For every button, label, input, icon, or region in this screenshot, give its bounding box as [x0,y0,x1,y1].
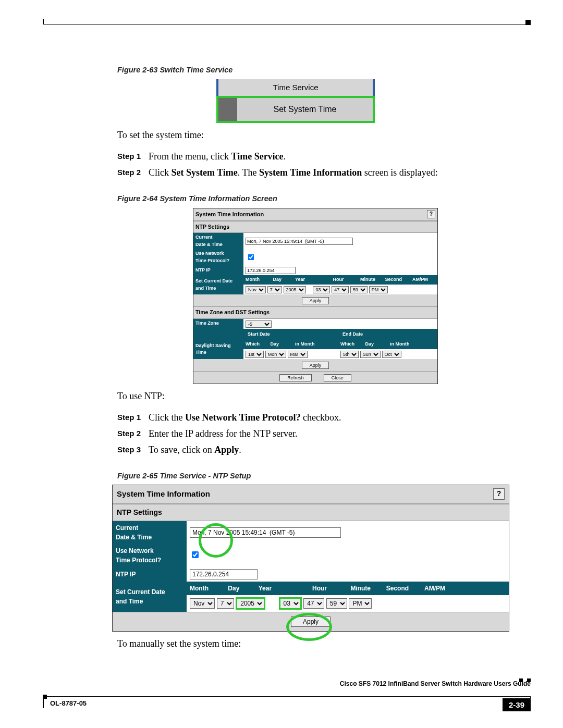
current-datetime-field[interactable] [190,527,341,538]
step-a2: Step 2 Click Set System Time. The System… [117,166,527,180]
current-datetime-field[interactable] [246,238,353,245]
figure-64-panel: System Time Information ? NTP Settings C… [193,208,438,384]
t: To save, click on [149,445,214,455]
t: Click [149,167,172,178]
year-select[interactable]: 2005 [284,286,306,293]
footer-guide-title: Cisco SFS 7012 InfiniBand Server Switch … [340,680,531,687]
help-icon[interactable]: ? [427,210,435,218]
apply-row-2: Apply [193,359,437,371]
label-dst: Daylight Saving Time [193,340,243,359]
intro-set-time: To set the system time: [117,128,527,142]
timezone-select[interactable]: -5 [246,320,272,328]
apply-button[interactable]: Apply [291,616,331,627]
ntp-table-65: Current Date & Time Use Network Time Pro… [113,521,509,612]
apply-row-1: Apply [193,294,437,306]
crop-square [525,20,531,25]
label-use-ntp: Use Network Time Protocol? [193,249,243,265]
crop-tick [43,19,44,24]
h: Minute [350,584,384,593]
section-ntp-settings: NTP Settings [193,221,437,233]
t: System Time Information [259,167,362,178]
day-select[interactable]: 7 [217,598,234,609]
day-select[interactable]: 7 [267,286,282,293]
figure-65-panel: System Time Information ? NTP Settings C… [112,485,509,632]
second-select[interactable]: 59 [326,598,347,609]
ntp-ip-field[interactable] [190,569,258,579]
h: Year [259,584,295,593]
step-text: Click the Use Network Time Protocol? che… [149,411,341,425]
tz-table: Time Zone -5 Start Date End Date Dayligh… [193,319,437,359]
apply-button-1[interactable]: Apply [302,297,329,304]
step-label: Step 1 [117,411,149,425]
panel-title: System Time Information [117,488,210,500]
date-header-row: Month Day Year Hour Minute Second AM/PM [187,582,509,595]
h: AM/PM [424,584,453,593]
t: . [284,151,286,162]
h: in Month [390,341,419,348]
h: Day [273,276,294,283]
menu-header[interactable]: Time Service [216,79,375,96]
step-b3: Step 3 To save, click on Apply. [117,443,527,457]
hour-select[interactable]: 03 [279,597,302,610]
dst-end-day[interactable]: Sun [360,351,381,358]
year-select[interactable]: 2005 [236,597,265,610]
t: screen is displayed: [362,167,437,178]
menu-item-set-system-time[interactable]: Set System Time [237,98,373,121]
dst-end-month[interactable]: Oct [382,351,401,358]
panel-titlebar: System Time Information ? [193,208,437,221]
step-b1: Step 1 Click the Use Network Time Protoc… [117,411,527,425]
figure-65-caption: Figure 2-65 Time Service - NTP Setup [117,471,527,482]
minute-select[interactable]: 47 [332,286,349,293]
t: Click the [149,412,185,423]
figure-63: Time Service Set System Time [216,79,527,124]
h: Year [295,276,321,283]
t: From the menu, click [149,151,231,162]
step-text: From the menu, click Time Service. [149,150,286,164]
dst-start-which[interactable]: 1st [246,351,264,358]
t: . The [238,167,259,178]
figure-63-caption: Figure 2-63 Switch Time Service [117,65,527,76]
ntp-ip-field[interactable] [246,267,296,274]
t: Time Service [231,151,283,162]
month-select[interactable]: Nov [246,286,266,293]
second-select[interactable]: 59 [350,286,368,293]
dst-start-month[interactable]: Mar [288,351,308,358]
ampm-select[interactable]: PM [369,286,388,293]
t: Use Network Time Protocol? [185,412,300,423]
label-set-current: Set Current Date and Time [193,275,243,294]
page: Figure 2-63 Switch Time Service Time Ser… [0,0,563,728]
menu-stub [218,98,237,121]
h: in Month [295,341,324,348]
close-button[interactable]: Close [324,374,351,381]
dst-start-day[interactable]: Mon [265,351,286,358]
bottom-button-row: Refresh Close [193,371,437,384]
date-value-row: Nov 7 2005 03 47 59 PM [243,285,437,294]
h: Day [365,341,389,348]
ampm-select[interactable]: PM [349,598,372,609]
step-label: Step 2 [117,166,149,180]
frame-top [43,24,531,24]
h: Which [340,341,364,348]
help-icon[interactable]: ? [493,488,505,500]
menu-wrap: Time Service Set System Time [216,79,373,124]
step-a1: Step 1 From the menu, click Time Service… [117,150,527,164]
label-current-datetime: Current Date & Time [113,521,187,544]
month-select[interactable]: Nov [190,598,215,609]
h: Second [385,276,411,283]
minute-select[interactable]: 47 [303,598,324,609]
step-label: Step 1 [117,150,149,164]
dst-headers: Which Day in Month Which Day in Month [243,340,437,349]
t: checkbox. [300,412,341,423]
h: Which [246,341,269,348]
refresh-button[interactable]: Refresh [279,374,312,381]
intro-use-ntp: To use NTP: [117,389,527,403]
step-text: To save, click on Apply. [149,443,241,457]
step-text: Enter the IP address for the NTP server. [149,427,298,441]
dst-end-which[interactable]: 5th [340,351,359,358]
use-ntp-checkbox[interactable] [248,254,254,260]
ntp-table: Current Date & Time Use Network Time Pro… [193,233,437,294]
h: Month [190,584,226,593]
apply-button-2[interactable]: Apply [302,362,329,369]
hour-select[interactable]: 03 [313,286,330,293]
use-ntp-checkbox[interactable] [192,551,199,558]
